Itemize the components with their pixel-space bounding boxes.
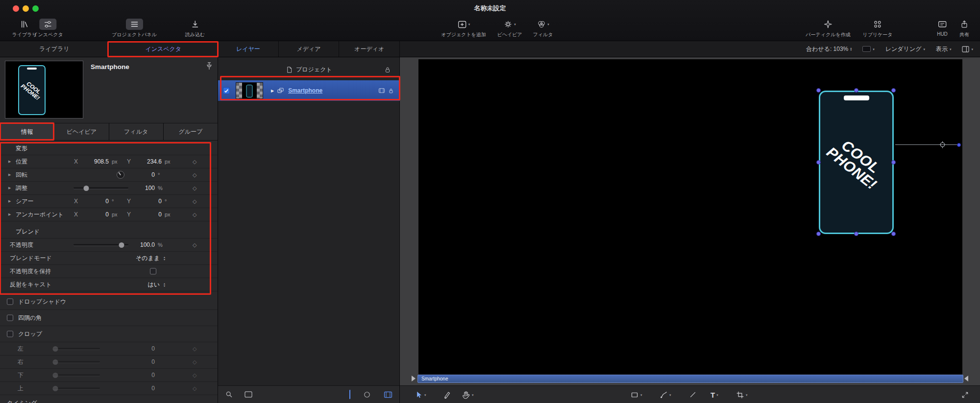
- crop-top-value[interactable]: 0: [118, 385, 155, 392]
- stepper-icon[interactable]: ▴▾: [164, 256, 165, 261]
- lock-icon[interactable]: [388, 88, 394, 94]
- media-icon[interactable]: [378, 88, 385, 94]
- position-x-value[interactable]: 908.5: [76, 158, 109, 165]
- crosshair-icon[interactable]: [939, 141, 946, 148]
- keyframe-icon[interactable]: ◇: [193, 242, 196, 248]
- text-tool[interactable]: T ▾: [710, 386, 718, 403]
- keyframe-icon[interactable]: ◇: [193, 212, 196, 218]
- timeline-in-marker[interactable]: [412, 376, 416, 381]
- keyframe-icon[interactable]: ◇: [193, 359, 196, 365]
- cast-reflection-value[interactable]: はい: [117, 281, 160, 289]
- disclosure-icon[interactable]: ▶: [8, 173, 11, 177]
- keyframe-icon[interactable]: ◇: [193, 172, 196, 178]
- expand-timeline-button[interactable]: [961, 386, 969, 403]
- shear-y-value[interactable]: 0: [129, 198, 162, 205]
- selection-handle[interactable]: [891, 160, 896, 165]
- rotation-value[interactable]: 0: [118, 171, 155, 178]
- selection-handle[interactable]: [854, 232, 858, 236]
- disclosure-icon[interactable]: ▶: [271, 89, 274, 93]
- disclosure-icon[interactable]: ▶: [8, 199, 11, 203]
- keyframe-icon[interactable]: ◇: [193, 185, 196, 191]
- make-particles-button[interactable]: パーティクルを作成: [806, 19, 850, 38]
- frame-icon[interactable]: [244, 391, 253, 398]
- tab-library[interactable]: ライブラリ: [0, 41, 109, 57]
- tab-group[interactable]: グループ: [164, 123, 218, 140]
- select-tool[interactable]: ▾: [415, 386, 426, 403]
- tab-layers[interactable]: レイヤー: [218, 41, 279, 57]
- four-corners-checkbox[interactable]: [7, 315, 13, 321]
- paint-stroke-tool[interactable]: ▾: [660, 386, 671, 403]
- crop-right-slider[interactable]: [53, 361, 100, 363]
- opacity-value[interactable]: 100.0: [118, 241, 155, 248]
- layer-name[interactable]: Smartphone: [288, 87, 322, 94]
- project-row[interactable]: プロジェクト: [218, 60, 400, 79]
- blend-mode-value[interactable]: そのまま: [117, 254, 160, 262]
- inspector-button[interactable]: インスペクタ: [33, 19, 63, 38]
- disclosure-icon[interactable]: ▶: [8, 160, 11, 164]
- mask-tool[interactable]: ▾: [736, 386, 748, 403]
- crop-top-slider[interactable]: [53, 388, 100, 389]
- filmstrip-icon[interactable]: [384, 391, 392, 398]
- crop-left-value[interactable]: 0: [118, 345, 155, 352]
- drop-shadow-checkbox[interactable]: [7, 299, 13, 305]
- keyframe-icon[interactable]: ◇: [193, 159, 196, 165]
- crop-bottom-value[interactable]: 0: [118, 372, 155, 379]
- line-tool[interactable]: [689, 386, 697, 403]
- phone-layer-object[interactable]: COOLPHONE!: [819, 91, 894, 234]
- selection-handle[interactable]: [891, 232, 896, 236]
- pan-tool[interactable]: ▾: [462, 386, 474, 403]
- hud-button[interactable]: HUD: [937, 19, 948, 37]
- transform-section-header[interactable]: 変形: [0, 142, 218, 155]
- tab-info[interactable]: 情報: [0, 123, 54, 140]
- crop-left-slider[interactable]: [53, 348, 100, 350]
- tab-filters[interactable]: フィルタ: [109, 123, 164, 140]
- crop-right-value[interactable]: 0: [118, 358, 155, 365]
- keyframe-icon[interactable]: ◇: [193, 198, 196, 205]
- replicator-button[interactable]: リプリケータ: [862, 19, 892, 38]
- camera-swatch-menu[interactable]: ▾: [862, 46, 875, 52]
- timing-section-header[interactable]: タイミング: [0, 395, 218, 403]
- anchor-y-value[interactable]: 0: [129, 211, 162, 218]
- scale-value[interactable]: 100: [118, 185, 155, 191]
- crop-checkbox[interactable]: [7, 331, 13, 337]
- position-y-value[interactable]: 234.6: [129, 158, 162, 165]
- rendering-menu[interactable]: レンダリング ▾: [885, 45, 925, 53]
- shape-tool[interactable]: ▾: [630, 386, 642, 403]
- tab-inspector[interactable]: インスペクタ: [109, 41, 219, 57]
- behaviors-button[interactable]: ▾ ビヘイビア: [497, 19, 522, 38]
- stepper-icon[interactable]: ▴▾: [164, 283, 165, 287]
- layer-row-smartphone[interactable]: ▶ Smartphone: [218, 80, 400, 101]
- fit-zoom-control[interactable]: 合わせる: 103% ▴▾: [806, 45, 852, 53]
- tab-behaviors[interactable]: ビヘイビア: [54, 123, 109, 140]
- crop-bottom-slider[interactable]: [53, 375, 100, 376]
- preview-thumbnail[interactable]: COOLPHONE!: [5, 61, 83, 119]
- anchor-x-value[interactable]: 0: [76, 211, 109, 218]
- selection-handle[interactable]: [891, 88, 896, 93]
- mini-timeline-clip[interactable]: Smartphone: [417, 375, 963, 383]
- selection-handle[interactable]: [816, 232, 821, 236]
- pin-icon[interactable]: [205, 62, 213, 71]
- rotation-handle[interactable]: [957, 143, 961, 147]
- project-panel-button[interactable]: プロジェクトパネル: [112, 19, 157, 38]
- disclosure-icon[interactable]: ▶: [8, 213, 11, 216]
- add-object-button[interactable]: ▾ オブジェクトを追加: [441, 19, 486, 38]
- filters-button[interactable]: ▾ フィルタ: [533, 19, 553, 38]
- layout-menu[interactable]: ▾: [962, 46, 973, 52]
- view-menu[interactable]: 表示 ▾: [936, 45, 952, 53]
- timeline-out-marker[interactable]: [964, 376, 968, 381]
- keyframe-icon[interactable]: ◇: [193, 346, 196, 352]
- selection-handle[interactable]: [854, 88, 858, 93]
- circle-mask-icon[interactable]: [363, 391, 371, 399]
- tab-audio[interactable]: オーディオ: [339, 41, 400, 57]
- tab-media[interactable]: メディア: [279, 41, 340, 57]
- layer-visibility-checkbox[interactable]: [223, 87, 230, 94]
- bezier-tool[interactable]: [443, 386, 451, 403]
- keyframe-icon[interactable]: ◇: [193, 372, 196, 379]
- transparency-icon[interactable]: [349, 390, 350, 399]
- search-icon[interactable]: [225, 390, 233, 399]
- selection-handle[interactable]: [816, 160, 821, 165]
- shear-x-value[interactable]: 0: [76, 198, 109, 205]
- preserve-opacity-checkbox[interactable]: [150, 268, 156, 275]
- keyframe-icon[interactable]: ◇: [193, 385, 196, 392]
- disclosure-icon[interactable]: ▶: [8, 186, 11, 190]
